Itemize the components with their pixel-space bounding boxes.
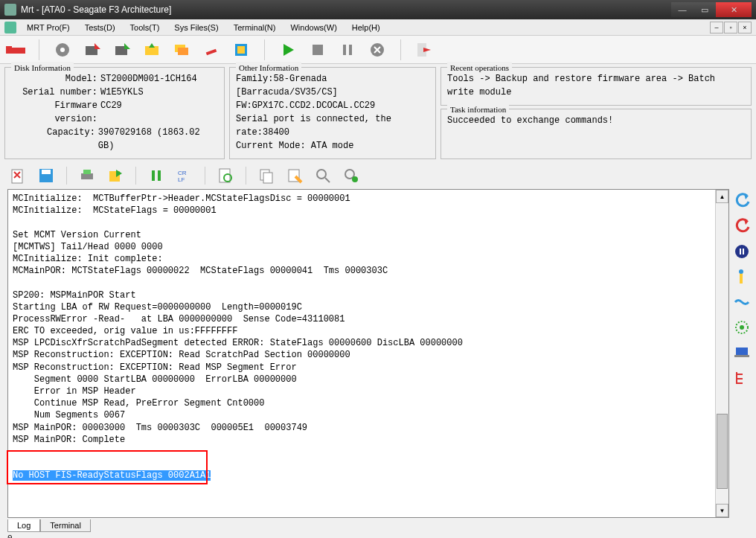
- bed-icon[interactable]: [6, 40, 25, 60]
- svg-rect-8: [178, 48, 188, 55]
- disk-info-legend: Disk Information: [11, 62, 74, 74]
- fw-line: FW:GPX17C.CCD2.DCOCAL.CC29: [236, 99, 429, 112]
- folder-stack-icon[interactable]: [172, 40, 191, 60]
- svg-rect-23: [152, 170, 155, 181]
- scroll-up-button[interactable]: ▲: [716, 190, 728, 203]
- window-controls: — ▭ ✕: [671, 2, 752, 17]
- menu-sys-files[interactable]: Sys Files(S): [167, 21, 225, 34]
- disk-out-icon[interactable]: [112, 40, 132, 60]
- recent-legend: Recent operations: [447, 62, 512, 74]
- svg-point-34: [352, 176, 358, 182]
- menubar: MRT Pro(F) Tests(D) Tools(T) Sys Files(S…: [0, 19, 756, 36]
- fw-value: CC29: [100, 99, 122, 126]
- info-panel-row: Disk Information Model:ST2000DM001-1CH16…: [0, 64, 756, 162]
- capacity-label: Capacity:: [11, 126, 98, 153]
- module-icon[interactable]: [733, 318, 751, 336]
- chip-icon[interactable]: [231, 40, 251, 60]
- console-wrap: MCInitialize: MCTBufferPtr->Header.MCSta…: [7, 189, 729, 518]
- svg-rect-19: [42, 170, 51, 174]
- menu-app-icon: [4, 22, 16, 33]
- redo-icon[interactable]: [733, 217, 751, 235]
- console-scrollbar[interactable]: ▲ ▼: [715, 190, 728, 517]
- model-label: Model:: [11, 72, 100, 86]
- mdi-restore-button[interactable]: ▫: [724, 22, 737, 33]
- svg-point-41: [740, 325, 744, 330]
- menu-terminal[interactable]: Terminal(N): [226, 21, 284, 34]
- search-settings-icon[interactable]: [341, 165, 362, 186]
- scroll-down-button[interactable]: ▼: [716, 504, 728, 517]
- search-icon[interactable]: [313, 165, 333, 186]
- highlight-icon[interactable]: [284, 165, 305, 186]
- mode-line: Current Mode: ATA mode: [236, 139, 429, 153]
- svg-rect-42: [736, 348, 748, 355]
- svg-rect-43: [734, 355, 749, 357]
- scroll-thumb[interactable]: [717, 414, 728, 489]
- tab-log[interactable]: Log: [7, 519, 40, 532]
- svg-text:LF: LF: [178, 176, 185, 183]
- play-icon[interactable]: [278, 40, 298, 60]
- svg-rect-17: [12, 170, 22, 183]
- svg-rect-1: [6, 46, 12, 51]
- save-log-icon[interactable]: [36, 165, 57, 186]
- svg-rect-20: [81, 173, 93, 179]
- pause-log-icon[interactable]: [146, 165, 167, 186]
- task-legend: Task information: [447, 103, 509, 116]
- undo-icon[interactable]: [733, 192, 751, 210]
- svg-point-32: [317, 170, 326, 179]
- svg-point-39: [739, 269, 743, 274]
- scroll-track[interactable]: [716, 203, 728, 504]
- eraser-icon[interactable]: [202, 40, 221, 60]
- titlebar: Mrt - [ATA0 - Seagate F3 Architecture] —…: [0, 0, 756, 19]
- exit-icon[interactable]: [414, 40, 434, 60]
- disk-information-panel: Disk Information Model:ST2000DM001-1CH16…: [4, 67, 225, 159]
- handshake-icon[interactable]: [733, 293, 751, 311]
- svg-rect-24: [158, 170, 161, 181]
- tab-terminal[interactable]: Terminal: [40, 519, 91, 532]
- svg-rect-21: [83, 170, 91, 174]
- copy-icon[interactable]: [256, 165, 277, 186]
- maximize-button[interactable]: ▭: [693, 2, 716, 17]
- side-toolbar: [729, 189, 752, 518]
- disk-refresh-icon[interactable]: [53, 40, 72, 60]
- mdi-close-button[interactable]: ×: [738, 22, 752, 33]
- pause-icon[interactable]: [338, 40, 357, 60]
- console-toolbar: CRLF: [0, 162, 756, 189]
- stop-icon[interactable]: [308, 40, 327, 60]
- delete-log-icon[interactable]: [7, 165, 28, 186]
- tree-icon[interactable]: [733, 369, 751, 387]
- recent-text: Tools -> Backup and restore firmware are…: [447, 72, 745, 99]
- menu-help[interactable]: Help(H): [345, 21, 388, 34]
- record-icon[interactable]: [733, 243, 751, 260]
- svg-rect-11: [237, 46, 245, 54]
- laptop-icon[interactable]: [733, 344, 751, 362]
- export-icon[interactable]: [105, 165, 126, 186]
- minimize-button[interactable]: —: [671, 2, 693, 17]
- mdi-minimize-button[interactable]: –: [710, 22, 723, 33]
- right-info-column: Recent operations Tools -> Backup and re…: [441, 67, 752, 159]
- menu-windows[interactable]: Windows(W): [283, 21, 344, 34]
- serialport-line: Serial port is connected, the rate:38400: [236, 112, 429, 139]
- serial-value: W1E5YKLS: [100, 86, 144, 99]
- svg-rect-37: [743, 249, 744, 254]
- svg-point-3: [60, 48, 65, 52]
- svg-rect-13: [343, 45, 346, 55]
- svg-rect-36: [740, 249, 741, 254]
- disk-in-icon[interactable]: [83, 40, 102, 60]
- crlf-icon[interactable]: CRLF: [174, 165, 195, 186]
- print-icon[interactable]: [77, 165, 97, 186]
- menu-tools[interactable]: Tools(T): [123, 21, 167, 34]
- refresh-doc-icon[interactable]: [215, 165, 236, 186]
- close-button[interactable]: ✕: [716, 2, 752, 17]
- capacity-value: 3907029168 (1863.02 GB): [98, 126, 218, 153]
- task-information-panel: Task information Succeeded to exchange c…: [441, 109, 752, 159]
- other-information-panel: Other Information Family:58-Grenada [Bar…: [229, 67, 436, 159]
- connector-icon[interactable]: [733, 268, 751, 286]
- main-area: MCInitialize: MCTBufferPtr->Header.MCSta…: [0, 189, 756, 518]
- main-toolbar: [0, 36, 756, 64]
- recent-operations-panel: Recent operations Tools -> Backup and re…: [441, 67, 752, 106]
- menu-tests[interactable]: Tests(D): [77, 21, 123, 34]
- folder-down-icon[interactable]: [142, 40, 161, 60]
- cancel-icon[interactable]: [368, 40, 387, 60]
- menu-mrt-pro[interactable]: MRT Pro(F): [19, 21, 77, 34]
- window-title: Mrt - [ATA0 - Seagate F3 Architecture]: [21, 4, 671, 15]
